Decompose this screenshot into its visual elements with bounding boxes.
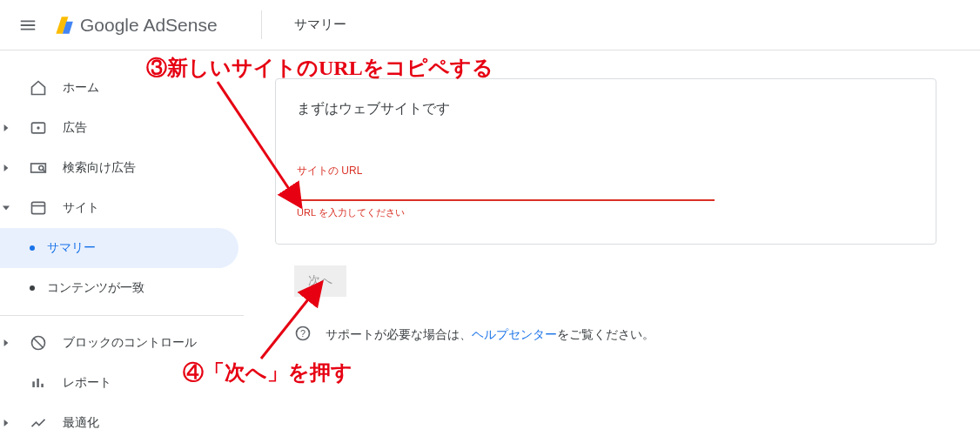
trend-icon — [30, 414, 47, 432]
bullet-icon — [30, 285, 35, 291]
help-icon: ? — [294, 325, 312, 345]
site-url-card: まずはウェブサイトです サイトの URL URL を入力してください — [275, 78, 936, 245]
home-icon — [30, 79, 47, 97]
sidebar-item-ads[interactable]: 広告 — [0, 108, 244, 148]
svg-line-4 — [43, 170, 45, 172]
card-title: まずはウェブサイトです — [297, 100, 915, 118]
site-url-input[interactable] — [297, 182, 715, 201]
hamburger-menu-button[interactable] — [7, 4, 49, 46]
sidebar-item-sites[interactable]: サイト — [0, 188, 244, 228]
brand-text: Google AdSense — [80, 15, 218, 36]
next-button-label: 次へ — [308, 273, 332, 289]
sidebar-item-label: サイト — [63, 200, 99, 216]
svg-point-1 — [37, 126, 39, 129]
support-line: ? サポートが必要な場合は、ヘルプセンターをご覧ください。 — [294, 325, 959, 345]
sidebar-sub-label: コンテンツが一致 — [47, 280, 144, 296]
help-center-link[interactable]: ヘルプセンター — [472, 327, 557, 341]
sidebar-item-label: 広告 — [63, 120, 87, 136]
svg-rect-5 — [32, 202, 45, 213]
url-field-label: サイトの URL — [297, 164, 915, 178]
main-content: まずはウェブサイトです サイトの URL URL を入力してください 次へ ? … — [244, 50, 980, 443]
url-field-helper: URL を入力してください — [297, 206, 915, 219]
page-title: サマリー — [294, 17, 346, 33]
chevron-right-icon — [2, 339, 10, 347]
sites-icon — [30, 199, 47, 217]
sidebar: ホーム 広告 検索向け広告 — [0, 50, 244, 443]
chevron-right-icon — [2, 419, 10, 427]
svg-rect-10 — [37, 379, 39, 387]
spacer — [2, 84, 10, 92]
svg-rect-11 — [41, 384, 44, 387]
next-button[interactable]: 次へ — [294, 265, 346, 297]
sidebar-item-home[interactable]: ホーム — [0, 68, 244, 108]
sidebar-item-reports[interactable]: レポート — [0, 363, 244, 403]
sidebar-sub-matched-content[interactable]: コンテンツが一致 — [0, 268, 244, 308]
block-icon — [30, 334, 47, 352]
svg-text:?: ? — [300, 328, 305, 339]
sidebar-item-label: ホーム — [63, 80, 99, 96]
sidebar-item-label: ブロックのコントロール — [63, 335, 197, 351]
search-ads-icon — [30, 159, 47, 177]
sidebar-item-blocking[interactable]: ブロックのコントロール — [0, 323, 244, 363]
top-bar: Google AdSense サマリー — [0, 0, 980, 50]
sidebar-item-optimization[interactable]: 最適化 — [0, 403, 244, 443]
sidebar-sub-summary[interactable]: サマリー — [0, 228, 238, 268]
brand-logo[interactable]: Google AdSense — [52, 14, 218, 37]
support-suffix: をご覧ください。 — [557, 327, 654, 341]
bullet-icon — [30, 245, 35, 251]
spacer — [2, 379, 10, 387]
sidebar-item-label: レポート — [63, 375, 111, 391]
hamburger-icon — [18, 16, 37, 35]
sidebar-item-label: 最適化 — [63, 415, 99, 431]
sidebar-item-label: 検索向け広告 — [63, 160, 136, 176]
chevron-right-icon — [2, 164, 10, 172]
svg-rect-9 — [32, 381, 35, 387]
divider — [0, 315, 244, 316]
ads-icon — [30, 119, 47, 137]
adsense-logo-icon — [52, 14, 75, 37]
svg-line-8 — [34, 339, 43, 347]
support-text: サポートが必要な場合は、ヘルプセンターをご覧ください。 — [326, 327, 654, 343]
chevron-right-icon — [2, 124, 10, 132]
divider — [261, 10, 262, 39]
chevron-down-icon — [2, 204, 10, 212]
sidebar-sub-label: サマリー — [47, 240, 96, 256]
support-prefix: サポートが必要な場合は、 — [326, 327, 472, 341]
report-icon — [30, 374, 47, 392]
sidebar-item-search-ads[interactable]: 検索向け広告 — [0, 148, 244, 188]
